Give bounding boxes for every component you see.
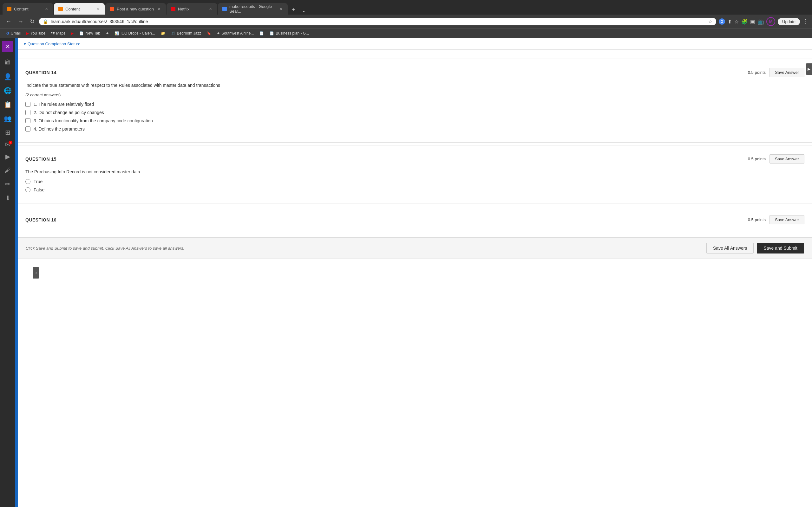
question-14-checkbox-b[interactable]	[26, 110, 31, 115]
bookmark-play[interactable]: ▶	[68, 31, 76, 37]
question-15-text: The Purchasing Info Record is not consid…	[26, 169, 804, 175]
bookmark-newtab[interactable]: 📄 New Tab	[77, 30, 102, 37]
bookmark-ico-drops[interactable]: 📊 ICO Drops - Calen...	[112, 30, 158, 37]
question-16-number: QUESTION 16	[26, 217, 56, 222]
tab-5-label: make recepits - Google Sear...	[229, 4, 275, 14]
puzzle-icon[interactable]: 🧩	[741, 19, 748, 25]
tab-1[interactable]: Content ✕	[3, 3, 53, 14]
completion-status-label[interactable]: Question Completion Status:	[23, 42, 80, 46]
youtube-favicon: ▶	[26, 32, 29, 36]
refresh-button[interactable]: ↻	[28, 17, 37, 26]
gmail-favicon: G	[6, 32, 9, 35]
jazz-label: Bedroom Jazz	[177, 31, 201, 36]
collapse-sidebar-button[interactable]: ›	[33, 267, 39, 279]
bookmark-biz-icon[interactable]: 📄	[257, 31, 266, 37]
question-14-label-b[interactable]: 2. Do not change as policy changes	[34, 110, 104, 115]
bookmark-folder[interactable]: 📁	[158, 31, 168, 37]
tab-3[interactable]: Post a new question ✕	[105, 3, 166, 14]
tab-5-close[interactable]: ✕	[278, 6, 283, 11]
question-14-checkbox-c[interactable]	[26, 118, 31, 123]
profile-button[interactable]: M	[766, 17, 775, 26]
people-icon[interactable]: 👥	[2, 113, 14, 124]
question-15-label-a[interactable]: True	[34, 179, 43, 184]
tab-4[interactable]: Netflix ✕	[166, 3, 217, 14]
brush-icon[interactable]: 🖌	[3, 165, 13, 176]
table-icon[interactable]: 📋	[2, 99, 14, 110]
question-14-number: QUESTION 14	[26, 70, 56, 75]
gmail-label: Gmail	[11, 31, 20, 36]
right-panel-toggle[interactable]: ▶	[806, 63, 812, 75]
youtube-label: YouTube	[31, 31, 45, 36]
tab-4-close[interactable]: ✕	[208, 6, 213, 11]
back-button[interactable]: ←	[4, 18, 13, 26]
update-button[interactable]: Update	[778, 18, 800, 25]
question-14-label-d[interactable]: 4. Defines the parameters	[34, 126, 85, 131]
bookmark-biz-plan[interactable]: 📄 Business plan - G...	[267, 30, 311, 37]
question-14-label-c[interactable]: 3. Obtains functionality from the compan…	[34, 118, 153, 123]
tab-2-close[interactable]: ✕	[95, 6, 100, 11]
tab-dropdown-button[interactable]: ⌄	[299, 7, 308, 13]
url-bar[interactable]: 🔒 learn.uark.edu/ultra/courses/_353546_1…	[39, 18, 716, 25]
question-15-option-a: True	[26, 179, 804, 184]
tab-2-label: Content	[65, 7, 80, 11]
question-14-checkbox-a[interactable]	[26, 102, 31, 107]
tab-5[interactable]: make recepits - Google Sear... ✕	[218, 3, 288, 14]
question-14-save-btn[interactable]: Save Answer	[769, 68, 804, 77]
mail-badge: !	[9, 141, 12, 145]
main-layout: ✕ 🏛 👤 🌐 📋 👥 ⊞ ✉ ! ▶ 🖌 ✏ ⬇ › Question Com…	[0, 38, 812, 507]
bookmark-maps[interactable]: 🗺 Maps	[49, 30, 68, 37]
person-icon[interactable]: 👤	[2, 71, 14, 82]
q14-separator	[18, 145, 812, 146]
question-14-label-a[interactable]: 1. The rules are relatively fixed	[34, 102, 94, 107]
bookmark-sw-icon[interactable]: 🔖	[204, 31, 214, 37]
sidebar-toggle-icon[interactable]: ▣	[750, 19, 755, 25]
question-14-points: 0.5 points	[748, 70, 766, 75]
question-14-checkbox-d[interactable]	[26, 126, 31, 131]
question-14-text: Indicate the true statements with respec…	[26, 82, 804, 89]
question-15-save-btn[interactable]: Save Answer	[769, 154, 804, 164]
tab-bar: Content ✕ Content ✕ Post a new question …	[0, 0, 812, 14]
question-16-save-btn[interactable]: Save Answer	[769, 215, 804, 224]
edit-icon[interactable]: ✏	[3, 178, 12, 190]
share-icon[interactable]: ⬆	[728, 19, 732, 25]
tab-3-close[interactable]: ✕	[156, 6, 161, 11]
tab-5-favicon	[222, 7, 227, 11]
arrow-down-icon[interactable]: ⬇	[3, 192, 12, 204]
save-and-submit-button[interactable]: Save and Submit	[757, 243, 804, 253]
globe-icon[interactable]: 🌐	[2, 85, 14, 96]
close-button[interactable]: ✕	[2, 41, 13, 52]
google-icon[interactable]: G	[719, 18, 725, 25]
bookmark-southwest[interactable]: ✈ Southwest Airline...	[214, 30, 256, 37]
bookmark-jazz[interactable]: 🎵 Bedroom Jazz	[168, 30, 204, 37]
tab-2[interactable]: Content ✕	[54, 3, 105, 14]
question-14-option-b: 2. Do not change as policy changes	[26, 110, 804, 115]
question-14-option-a: 1. The rules are relatively fixed	[26, 102, 804, 107]
newtab-label: New Tab	[85, 31, 100, 36]
tab-2-favicon	[58, 7, 63, 11]
bottom-bar-actions: Save All Answers Save and Submit	[706, 243, 804, 253]
question-15-radio-a[interactable]	[26, 179, 31, 184]
new-tab-button[interactable]: +	[288, 6, 299, 13]
biz-favicon: 📄	[259, 32, 264, 36]
bookmark-ico[interactable]: ✈	[103, 31, 111, 37]
grid-icon[interactable]: ⊞	[3, 127, 12, 138]
play-icon[interactable]: ▶	[3, 151, 12, 162]
newtab-favicon: 📄	[79, 32, 84, 36]
bookmark-icon[interactable]: ☆	[734, 19, 739, 25]
bookmark-gmail[interactable]: G Gmail	[4, 30, 23, 37]
question-15-points: 0.5 points	[748, 157, 766, 161]
forward-button[interactable]: →	[16, 18, 26, 26]
more-icon[interactable]: ⋮	[803, 18, 808, 25]
folder-favicon: 📁	[161, 32, 165, 36]
tab-1-close[interactable]: ✕	[44, 6, 49, 11]
building-icon[interactable]: 🏛	[3, 57, 13, 68]
tab-3-label: Post a new question	[117, 7, 154, 11]
bookmark-youtube[interactable]: ▶ YouTube	[24, 30, 48, 37]
question-14-block: QUESTION 14 0.5 points Save Answer Indic…	[18, 61, 812, 143]
question-15-radio-b[interactable]	[26, 187, 31, 192]
cast-icon[interactable]: 📺	[757, 19, 764, 25]
save-all-answers-button[interactable]: Save All Answers	[706, 243, 754, 253]
question-15-label-b[interactable]: False	[34, 187, 44, 192]
maps-favicon: 🗺	[51, 32, 55, 35]
star-icon[interactable]: ☆	[708, 19, 712, 24]
